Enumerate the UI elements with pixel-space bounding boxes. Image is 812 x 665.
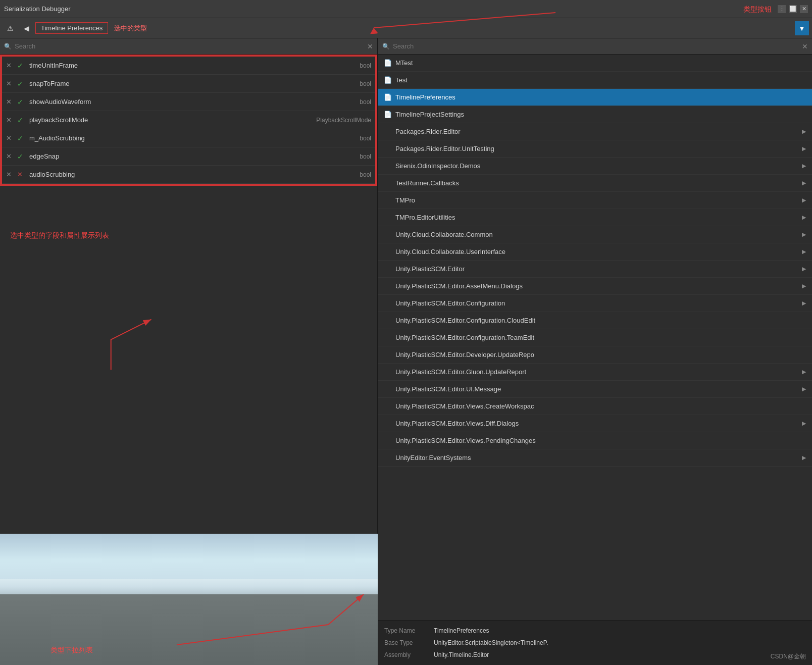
field-x-icon[interactable]: ✕ — [6, 98, 14, 106]
type-item-name: Unity.PlasticSCM.Editor.Views.Diff.Dialo… — [395, 420, 802, 427]
type-list-item[interactable]: Sirenix.OdinInspector.Demos▶ — [378, 158, 812, 175]
field-row[interactable]: ✕✓timeUnitInFramebool — [2, 57, 375, 75]
type-list-item[interactable]: 📄TimelinePreferences — [378, 89, 812, 106]
field-name: edgeSnap — [29, 152, 360, 160]
annotation-type-button: 类型按钮 — [743, 5, 772, 14]
field-x-icon[interactable]: ✕ — [6, 62, 14, 69]
namespace-icon — [384, 266, 391, 273]
field-type: bool — [360, 135, 371, 142]
type-list-item[interactable]: Unity.PlasticSCM.Editor.AssetMenu.Dialog… — [378, 278, 812, 295]
type-list-item[interactable]: TMPro▶ — [378, 192, 812, 209]
type-list-item[interactable]: 📄Test — [378, 72, 812, 89]
maximize-button[interactable]: ⬜ — [789, 5, 797, 13]
field-check-icon[interactable]: ✓ — [17, 98, 25, 106]
field-uncheck-icon[interactable]: ✕ — [17, 171, 25, 178]
field-row[interactable]: ✕✓playbackScrollModePlaybackScrollMode — [2, 111, 375, 129]
namespace-icon — [384, 454, 391, 462]
annotation-fields-label: 选中类型的字段和属性展示列表 — [10, 231, 109, 240]
field-name: timeUnitInFrame — [29, 62, 360, 69]
left-search-input[interactable] — [15, 42, 364, 50]
field-name: showAudioWaveform — [29, 98, 360, 106]
type-item-name: UnityEditor.EventSystems — [395, 454, 802, 462]
namespace-icon — [384, 248, 391, 255]
type-item-name: TestRunner.Callbacks — [395, 179, 802, 187]
assembly-value: Unity.Timeline.Editor — [434, 651, 489, 658]
namespace-icon — [384, 214, 391, 221]
field-check-icon[interactable]: ✓ — [17, 62, 25, 70]
type-list-item[interactable]: Unity.PlasticSCM.Editor.UI.Message▶ — [378, 381, 812, 398]
field-x-icon[interactable]: ✕ — [6, 171, 14, 178]
namespace-icon — [384, 437, 391, 444]
type-item-name: Sirenix.OdinInspector.Demos — [395, 162, 802, 170]
field-row[interactable]: ✕✓showAudioWaveformbool — [2, 93, 375, 111]
namespace-icon — [384, 334, 391, 341]
right-search-input[interactable] — [393, 42, 799, 50]
type-item-name: Unity.PlasticSCM.Editor.Views.PendingCha… — [395, 437, 806, 444]
type-list-item[interactable]: Unity.PlasticSCM.Editor.Views.CreateWork… — [378, 398, 812, 415]
type-list-item[interactable]: Unity.PlasticSCM.Editor.Developer.Update… — [378, 346, 812, 364]
namespace-icon — [384, 163, 391, 170]
left-search-bar: 🔍 ✕ — [0, 38, 377, 55]
type-list-item[interactable]: Unity.PlasticSCM.Editor.Configuration.Cl… — [378, 312, 812, 329]
type-list: 📄MTest📄Test📄TimelinePreferences📄Timeline… — [378, 55, 812, 620]
right-search-clear[interactable]: ✕ — [802, 42, 808, 50]
type-list-item[interactable]: Unity.PlasticSCM.Editor.Gluon.UpdateRepo… — [378, 364, 812, 381]
type-item-name: Unity.PlasticSCM.Editor.Configuration.Te… — [395, 334, 806, 341]
base-type-value: UnityEditor.ScriptableSingleton<Timeline… — [434, 639, 548, 646]
field-row[interactable]: ✕✓snapToFramebool — [2, 75, 375, 93]
type-list-item[interactable]: Unity.PlasticSCM.Editor.Views.Diff.Dialo… — [378, 415, 812, 432]
type-list-item[interactable]: Unity.PlasticSCM.Editor.Configuration▶ — [378, 295, 812, 312]
field-x-icon[interactable]: ✕ — [6, 80, 14, 87]
type-item-arrow-icon: ▶ — [802, 145, 806, 152]
field-row[interactable]: ✕✕audioScrubbingbool — [2, 166, 375, 184]
namespace-icon — [384, 420, 391, 427]
type-list-item[interactable]: Packages.Rider.Editor.UnitTesting▶ — [378, 140, 812, 158]
field-x-icon[interactable]: ✕ — [6, 116, 14, 124]
file-icon: 📄 — [384, 111, 391, 118]
field-name: audioScrubbing — [29, 171, 360, 178]
type-list-item[interactable]: Unity.PlasticSCM.Editor.Configuration.Te… — [378, 329, 812, 346]
type-item-name: Unity.PlasticSCM.Editor.AssetMenu.Dialog… — [395, 282, 802, 290]
field-x-icon[interactable]: ✕ — [6, 134, 14, 142]
left-search-clear[interactable]: ✕ — [367, 42, 373, 50]
type-list-item[interactable]: TMPro.EditorUtilities▶ — [378, 209, 812, 226]
field-check-icon[interactable]: ✓ — [17, 152, 25, 161]
base-type-row: Base Type UnityEditor.ScriptableSingleto… — [384, 637, 806, 649]
field-check-icon[interactable]: ✓ — [17, 116, 25, 124]
namespace-icon — [384, 283, 391, 290]
type-list-item[interactable]: Unity.Cloud.Collaborate.Common▶ — [378, 226, 812, 243]
type-item-name: MTest — [395, 59, 806, 67]
type-item-name: TimelinePreferences — [395, 93, 806, 101]
field-check-icon[interactable]: ✓ — [17, 134, 25, 142]
field-x-icon[interactable]: ✕ — [6, 152, 14, 160]
type-list-item[interactable]: Unity.PlasticSCM.Editor.Views.PendingCha… — [378, 432, 812, 449]
scene-horizon — [0, 579, 378, 594]
namespace-icon — [384, 197, 391, 204]
type-list-item[interactable]: 📄TimelineProjectSettings — [378, 106, 812, 123]
field-row[interactable]: ✕✓edgeSnapbool — [2, 147, 375, 166]
namespace-icon — [384, 180, 391, 187]
type-list-item[interactable]: UnityEditor.EventSystems▶ — [378, 449, 812, 467]
warning-button[interactable]: ⚠ — [3, 21, 17, 35]
type-item-name: Unity.Cloud.Collaborate.UserInterface — [395, 248, 802, 255]
type-list-item[interactable]: Unity.PlasticSCM.Editor▶ — [378, 261, 812, 278]
more-options-button[interactable]: ⋮ — [778, 5, 786, 13]
title-bar: Serialization Debugger ⋮ ⬜ ✕ — [0, 0, 812, 18]
type-list-item[interactable]: TestRunner.Callbacks▶ — [378, 175, 812, 192]
type-item-name: TMPro.EditorUtilities — [395, 214, 802, 221]
type-list-item[interactable]: 📄MTest — [378, 55, 812, 72]
scene-view: 类型下拉列表 — [0, 534, 378, 665]
type-item-arrow-icon: ▶ — [802, 266, 806, 272]
field-type: PlaybackScrollMode — [316, 117, 371, 124]
tab-timeline-preferences[interactable]: Timeline Preferences — [35, 22, 108, 34]
type-list-item[interactable]: Packages.Rider.Editor▶ — [378, 123, 812, 140]
field-check-icon[interactable]: ✓ — [17, 80, 25, 88]
type-item-name: Unity.PlasticSCM.Editor.Developer.Update… — [395, 351, 806, 359]
type-dropdown-button[interactable]: ▼ — [795, 21, 809, 35]
left-search-icon: 🔍 — [4, 43, 12, 50]
field-row[interactable]: ✕✓m_AudioScrubbingbool — [2, 129, 375, 147]
back-button[interactable]: ◀ — [19, 21, 33, 35]
file-icon: 📄 — [384, 60, 391, 67]
close-button[interactable]: ✕ — [800, 5, 808, 13]
type-list-item[interactable]: Unity.Cloud.Collaborate.UserInterface▶ — [378, 243, 812, 261]
